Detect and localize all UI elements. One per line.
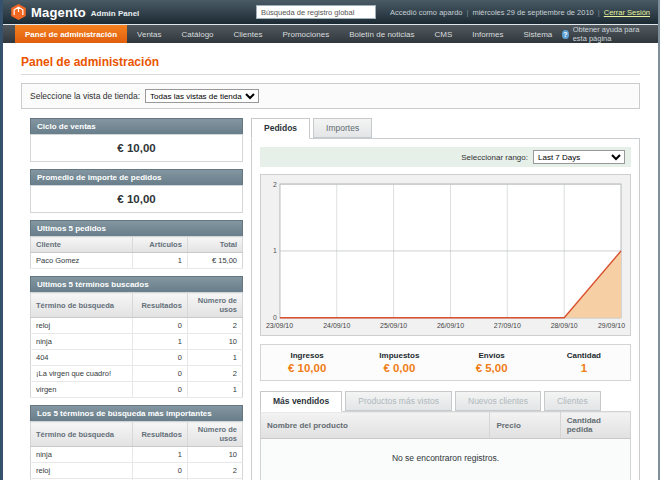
nav-item-informes[interactable]: Informes (462, 25, 513, 43)
title-divider (21, 74, 640, 75)
total-ingresos: Ingresos € 10,00 (261, 351, 353, 374)
table-cell: 2 (187, 366, 242, 382)
table-cell: 0 (132, 366, 187, 382)
sales-cycle-widget: Ciclo de ventas € 10,00 (30, 118, 243, 162)
magento-logo: Magento Admin Panel (11, 4, 139, 20)
orders-chart-svg: 01223/09/1024/09/1025/09/1026/09/1027/09… (265, 179, 626, 331)
column-header[interactable]: Resultados (132, 293, 187, 318)
top-search-terms-widget: Los 5 términos de búsqueda más important… (30, 405, 243, 480)
total-impuestos: Impuestos € 0,00 (353, 351, 445, 374)
table-cell: Paco Gomez (31, 253, 133, 269)
table-cell: 1 (187, 350, 242, 366)
table-cell: reloj (31, 463, 133, 479)
nav-item-cms[interactable]: CMS (425, 25, 463, 43)
table-row: virgen01 (31, 382, 243, 398)
tab-mas-vendidos[interactable]: Más vendidos (260, 391, 342, 412)
column-header[interactable]: Número de usos (187, 293, 242, 318)
avg-order-value: € 10,00 (30, 185, 243, 213)
total-label: Cantidad (538, 351, 630, 360)
table-cell: € 15,00 (187, 253, 242, 269)
column-header[interactable]: Cliente (31, 237, 133, 253)
last-search-terms-widget: Ultimos 5 términos buscados Término de b… (30, 276, 243, 398)
table-header-row: Término de búsqueda Resultados Número de… (31, 293, 243, 318)
column-header[interactable]: Cantidad pedida (560, 412, 630, 439)
column-header[interactable]: Resultados (132, 422, 187, 447)
table-cell: 10 (187, 334, 242, 350)
logout-link[interactable]: Cerrar Sesión (604, 8, 650, 17)
nav-item-boletin[interactable]: Boletín de noticias (339, 25, 424, 43)
last-orders-table: Cliente Artículos Total Paco Gomez1€ 15,… (30, 236, 243, 269)
column-header[interactable]: Total (187, 237, 242, 253)
table-cell: 0 (132, 382, 187, 398)
store-switcher-select[interactable]: Todas las vistas de tienda (145, 89, 259, 103)
last-orders-widget: Ultimos 5 pedidos Cliente Artículos Tota… (30, 220, 243, 269)
tab-nuevos-clientes[interactable]: Nuevos clientes (455, 391, 541, 411)
nav-menu: Panel de administración Ventas Catálogo … (15, 25, 562, 43)
grid-tabs: Más vendidos Productos más vistos Nuevos… (260, 391, 631, 411)
current-date: miércoles 29 de septiembre de 2010 (472, 8, 593, 17)
table-row: ninja110 (31, 334, 243, 350)
svg-text:1: 1 (273, 247, 277, 254)
table-row: ninja110 (31, 447, 243, 463)
table-cell: 404 (31, 350, 133, 366)
total-label: Impuestos (353, 351, 445, 360)
table-cell: 2 (187, 318, 242, 334)
nav-item-clientes[interactable]: Clientes (224, 25, 273, 43)
total-envios: Envíos € 5,00 (446, 351, 538, 374)
svg-text:27/09/10: 27/09/10 (494, 322, 521, 329)
table-row: 40401 (31, 350, 243, 366)
last-search-terms-table: Término de búsqueda Resultados Número de… (30, 292, 243, 398)
tab-productos-mas-vistos[interactable]: Productos más vistos (345, 391, 452, 411)
nav-item-promociones[interactable]: Promociones (272, 25, 339, 43)
table-cell: reloj (31, 318, 133, 334)
nav-item-dashboard[interactable]: Panel de administración (15, 25, 127, 43)
help-label: Obtener ayuda para esta página (573, 25, 648, 43)
magento-admin-page: Magento Admin Panel Accedió como apardo … (3, 0, 658, 480)
total-value: € 5,00 (446, 362, 538, 374)
column-header[interactable]: Término de búsqueda (31, 293, 133, 318)
range-select[interactable]: Last 7 Days (533, 150, 625, 164)
table-cell: 10 (187, 447, 242, 463)
help-link[interactable]: ? Obtener ayuda para esta página (562, 25, 658, 43)
top-search-terms-title: Los 5 términos de búsqueda más important… (30, 405, 243, 421)
page-title: Panel de administración (21, 55, 640, 69)
table-row: ¡La virgen que cuadro!02 (31, 366, 243, 382)
logo-subtext: Admin Panel (91, 9, 139, 18)
dashboard-right-column: Pedidos Importes Seleccionar rango: Last… (251, 118, 640, 480)
column-header[interactable]: Término de búsqueda (31, 422, 133, 447)
svg-text:26/09/10: 26/09/10 (437, 322, 464, 329)
bestsellers-table: Nombre del producto Precio Cantidad pedi… (260, 411, 631, 480)
global-search-input[interactable] (256, 5, 376, 19)
table-header-row: Nombre del producto Precio Cantidad pedi… (261, 412, 631, 439)
sales-cycle-title: Ciclo de ventas (30, 118, 243, 134)
column-header[interactable]: Precio (490, 412, 560, 439)
svg-text:24/09/10: 24/09/10 (323, 322, 350, 329)
main-content: Panel de administración Seleccione la vi… (3, 43, 658, 480)
column-header[interactable]: Nombre del producto (261, 412, 490, 439)
total-label: Ingresos (261, 351, 353, 360)
tab-importes[interactable]: Importes (313, 118, 372, 138)
table-row: reloj02 (31, 318, 243, 334)
column-header[interactable]: Número de usos (187, 422, 242, 447)
nav-item-ventas[interactable]: Ventas (127, 25, 171, 43)
table-cell: 0 (132, 318, 187, 334)
main-nav: Panel de administración Ventas Catálogo … (3, 24, 658, 43)
svg-text:23/09/10: 23/09/10 (266, 322, 293, 329)
nav-item-catalogo[interactable]: Catálogo (172, 25, 224, 43)
table-cell: ¡La virgen que cuadro! (31, 366, 133, 382)
orders-panel: Seleccionar rango: Last 7 Days 01223/09/… (251, 138, 640, 480)
column-header[interactable]: Artículos (132, 237, 187, 253)
total-label: Envíos (446, 351, 538, 360)
table-cell: 1 (132, 253, 187, 269)
tab-pedidos[interactable]: Pedidos (251, 118, 310, 139)
logo-text: Magento (31, 5, 86, 20)
table-cell: 1 (132, 447, 187, 463)
tab-clientes[interactable]: Clientes (544, 391, 601, 411)
svg-text:25/09/10: 25/09/10 (380, 322, 407, 329)
totals-bar: Ingresos € 10,00 Impuestos € 0,00 Envíos… (260, 344, 631, 381)
nav-item-sistema[interactable]: Sistema (513, 25, 562, 43)
dashboard-grid: Ciclo de ventas € 10,00 Promedio de impo… (21, 118, 640, 480)
magento-logo-icon (11, 4, 26, 20)
table-cell: 1 (187, 382, 242, 398)
table-cell: 2 (187, 463, 242, 479)
